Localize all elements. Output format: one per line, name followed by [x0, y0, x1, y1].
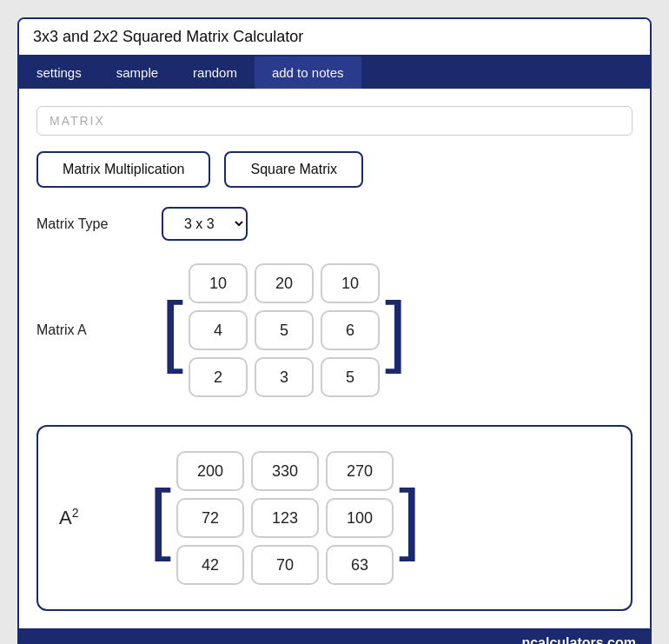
- bracket-left-a: [: [162, 291, 183, 369]
- cell-a-2-1[interactable]: [255, 357, 314, 397]
- brand-label: ncalculators.com: [521, 635, 636, 644]
- cell-a-1-0[interactable]: [189, 310, 248, 350]
- cell-a-2-2[interactable]: [321, 357, 380, 397]
- cell-a-0-1[interactable]: [255, 263, 314, 303]
- cell-a-1-1[interactable]: [255, 310, 314, 350]
- matrix-a-row: Matrix A [ ]: [36, 256, 633, 404]
- input-a-2-2[interactable]: [322, 359, 378, 395]
- input-a-0-1[interactable]: [256, 265, 312, 302]
- result-cell-0-0: 200: [176, 451, 244, 491]
- tab-matrix-multiplication[interactable]: Matrix Multiplication: [36, 151, 210, 188]
- result-cell-0-1: 330: [251, 451, 319, 491]
- result-cell-2-2: 63: [326, 545, 394, 585]
- nav-settings[interactable]: settings: [19, 56, 99, 89]
- input-a-0-2[interactable]: [322, 265, 378, 302]
- cell-a-2-0[interactable]: [189, 357, 248, 397]
- result-label: A2: [59, 506, 129, 529]
- result-cell-0-2: 270: [326, 451, 394, 491]
- calculator-container: 3x3 and 2x2 Squared Matrix Calculator se…: [17, 17, 652, 644]
- nav-random[interactable]: random: [176, 56, 255, 89]
- input-a-0-0[interactable]: [190, 265, 246, 302]
- matrix-a-grid: [183, 256, 385, 404]
- nav-sample[interactable]: sample: [99, 56, 176, 89]
- result-cell-2-1: 70: [251, 545, 319, 585]
- input-a-2-1[interactable]: [256, 359, 312, 395]
- bracket-left-result: [: [149, 479, 171, 557]
- title-bar: 3x3 and 2x2 Squared Matrix Calculator: [19, 19, 650, 56]
- result-cell-1-1: 123: [251, 498, 319, 538]
- cell-a-0-0[interactable]: [189, 263, 248, 303]
- main-content: MATRIX Matrix Multiplication Square Matr…: [19, 89, 650, 628]
- input-a-1-0[interactable]: [190, 312, 246, 349]
- footer: ncalculators.com: [19, 628, 650, 644]
- tab-square-matrix[interactable]: Square Matrix: [224, 151, 363, 188]
- input-a-2-0[interactable]: [190, 359, 246, 395]
- result-grid: 200 330 270 72 123 100 42 70 63: [171, 444, 399, 592]
- nav-add-to-notes[interactable]: add to notes: [255, 56, 361, 89]
- result-cell-2-0: 42: [176, 545, 244, 585]
- page-title: 3x3 and 2x2 Squared Matrix Calculator: [33, 28, 303, 45]
- matrix-a-label: Matrix A: [36, 322, 141, 338]
- input-a-1-1[interactable]: [256, 312, 312, 349]
- result-box: A2 [ 200 330 270 72 123 100 42 70 63: [36, 425, 633, 611]
- cell-a-0-2[interactable]: [321, 263, 380, 303]
- bracket-right-result: ]: [399, 479, 421, 557]
- tab-buttons: Matrix Multiplication Square Matrix: [36, 151, 633, 188]
- result-cell-1-2: 100: [326, 498, 394, 538]
- matrix-a-bracket: [ ]: [162, 256, 407, 404]
- bracket-right-a: ]: [385, 291, 407, 369]
- matrix-type-select[interactable]: 3 x 3 2 x 2: [162, 207, 248, 241]
- matrix-type-label: Matrix Type: [36, 216, 141, 232]
- matrix-type-row: Matrix Type 3 x 3 2 x 2: [36, 207, 633, 241]
- nav-bar: settings sample random add to notes: [19, 56, 650, 89]
- input-a-1-2[interactable]: [322, 312, 378, 349]
- section-label: MATRIX: [36, 106, 633, 136]
- result-bracket: [ 200 330 270 72 123 100 42 70 63 ]: [149, 444, 421, 592]
- cell-a-1-2[interactable]: [321, 310, 380, 350]
- result-cell-1-0: 72: [176, 498, 244, 538]
